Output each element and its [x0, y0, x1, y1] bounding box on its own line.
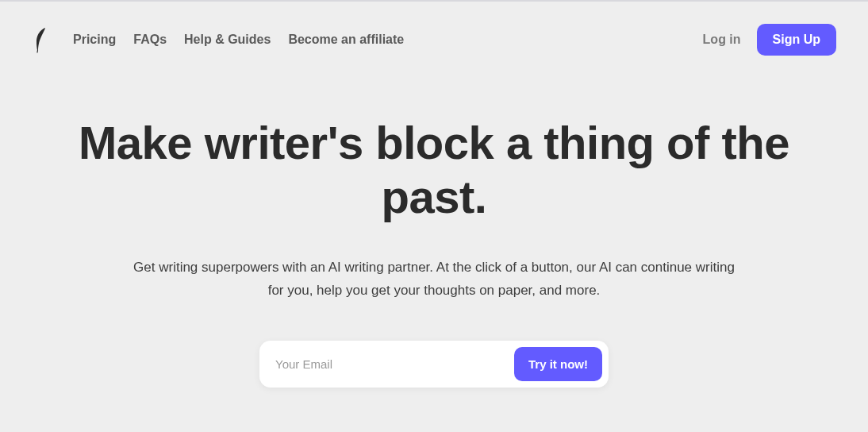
signup-button[interactable]: Sign Up: [757, 24, 836, 56]
header-right: Log in Sign Up: [703, 24, 836, 56]
email-form: Try it now!: [259, 341, 609, 388]
hero-subtitle: Get writing superpowers with an AI writi…: [133, 256, 735, 303]
try-it-now-button[interactable]: Try it now!: [514, 347, 602, 381]
nav-help-guides[interactable]: Help & Guides: [184, 33, 271, 47]
nav-pricing[interactable]: Pricing: [73, 33, 116, 47]
login-link[interactable]: Log in: [703, 33, 741, 47]
nav: Pricing FAQs Help & Guides Become an aff…: [73, 33, 404, 47]
nav-affiliate[interactable]: Become an affiliate: [288, 33, 404, 47]
hero-title: Make writer's block a thing of the past.: [48, 116, 820, 225]
header: Pricing FAQs Help & Guides Become an aff…: [0, 2, 868, 71]
email-input[interactable]: [275, 349, 514, 379]
nav-faqs[interactable]: FAQs: [133, 33, 167, 47]
header-left: Pricing FAQs Help & Guides Become an aff…: [32, 25, 404, 54]
logo-feather-icon[interactable]: [32, 25, 51, 54]
hero: Make writer's block a thing of the past.…: [0, 71, 868, 388]
